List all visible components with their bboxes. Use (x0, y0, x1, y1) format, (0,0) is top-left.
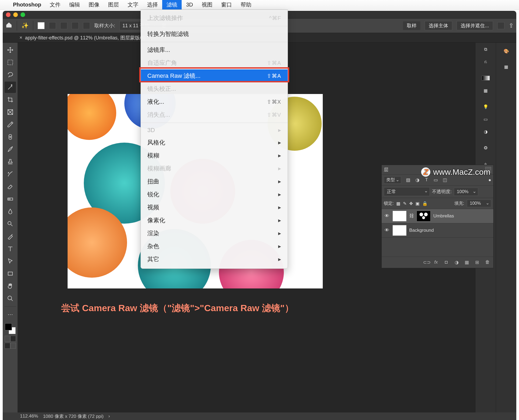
menu-window[interactable]: 窗口 (217, 0, 236, 9)
healing-tool[interactable] (5, 131, 16, 143)
subtract-selection[interactable] (72, 22, 79, 29)
minimize-window[interactable] (13, 12, 18, 17)
frame-tool[interactable] (5, 106, 16, 118)
menu-group-distort[interactable]: 扭曲 (141, 175, 288, 188)
move-tool[interactable] (5, 44, 16, 56)
panel-icon-adjust[interactable]: ◑ (480, 126, 492, 137)
delete-layer-icon[interactable]: 🗑 (485, 260, 490, 265)
pen-tool[interactable] (5, 231, 16, 242)
marquee-tool[interactable] (5, 57, 16, 68)
zoom-tool[interactable] (5, 293, 16, 304)
blend-mode-dropdown[interactable]: 正常 (384, 187, 430, 196)
layer-mask-thumbnail[interactable] (417, 211, 431, 221)
menu-filter-gallery[interactable]: 滤镜库... (141, 43, 288, 56)
crop-tool[interactable] (5, 94, 16, 105)
layers-tab[interactable]: 层 (384, 167, 388, 173)
eyedropper-tool[interactable] (5, 119, 16, 130)
menu-group-video[interactable]: 视频 (141, 201, 288, 214)
add-mask-icon[interactable]: ◘ (444, 260, 449, 265)
screen-mode-toggle[interactable] (5, 343, 16, 349)
document-tab[interactable]: apply-filter-effects.psd @ 112% (Umbrell… (25, 35, 149, 41)
menu-view[interactable]: 视图 (197, 0, 217, 9)
zoom-window[interactable] (21, 12, 25, 17)
layer-row[interactable]: 👁 Background (382, 223, 493, 238)
filter-adjust-icon[interactable]: ◑ (415, 177, 420, 183)
foreground-background-colors[interactable] (4, 323, 16, 335)
menu-file[interactable]: 文件 (45, 0, 65, 9)
stamp-tool[interactable] (5, 156, 16, 167)
close-window[interactable] (6, 12, 11, 17)
panel-icon-book[interactable]: ▭ (480, 113, 492, 125)
lock-transparency-icon[interactable]: ▩ (396, 201, 400, 206)
menu-select[interactable]: 选择 (143, 0, 162, 9)
fx-icon[interactable]: fx (433, 260, 439, 265)
quick-mask-toggle[interactable] (5, 336, 16, 342)
new-layer-icon[interactable]: ⊞ (474, 260, 480, 265)
add-selection[interactable] (60, 22, 67, 29)
panel-icon-gradient[interactable] (480, 72, 492, 84)
share-icon[interactable]: ⇪ (509, 22, 514, 29)
gradient-tool[interactable] (5, 193, 16, 205)
intersect-selection[interactable] (83, 22, 90, 29)
app-name[interactable]: Photoshop (9, 0, 45, 9)
fill-value[interactable]: 100% (467, 200, 491, 207)
menu-group-render[interactable]: 渲染 (141, 227, 288, 240)
magic-wand-tool[interactable] (5, 82, 16, 93)
type-tool[interactable] (5, 243, 16, 254)
menu-group-sharpen[interactable]: 锐化 (141, 188, 288, 201)
select-and-mask-button[interactable]: 选择并遮住... (457, 21, 493, 30)
hand-tool[interactable] (5, 280, 16, 292)
menu-group-pixelate[interactable]: 像素化 (141, 214, 288, 227)
lock-brush-icon[interactable]: ✎ (403, 201, 407, 206)
status-chevron-icon[interactable]: › (108, 414, 110, 419)
menu-liquify[interactable]: 液化...⇧⌘X (141, 95, 288, 108)
lock-all-icon[interactable]: 🔒 (422, 201, 428, 206)
layer-row[interactable]: 👁 ⛓ Umbrellas (382, 209, 493, 223)
filter-toggle[interactable]: ● (488, 177, 491, 183)
layer-name[interactable]: Umbrellas (433, 213, 454, 219)
menu-filter[interactable]: 滤镜 (162, 0, 182, 9)
panel-icon-3d[interactable]: ⧉ (480, 44, 492, 55)
menu-3d[interactable]: 3D (182, 0, 197, 9)
menu-edit[interactable]: 编辑 (65, 0, 84, 9)
layer-thumbnail[interactable] (392, 211, 407, 221)
visibility-icon[interactable]: 👁 (384, 213, 390, 219)
visibility-icon[interactable]: 👁 (384, 228, 390, 233)
menu-group-other[interactable]: 其它 (141, 253, 288, 266)
history-brush-tool[interactable] (5, 169, 16, 180)
mask-link-icon[interactable]: ⛓ (409, 213, 414, 219)
blur-tool[interactable] (5, 206, 16, 217)
opacity-value[interactable]: 100% (454, 188, 478, 196)
layer-thumbnail[interactable] (392, 225, 407, 236)
panel-icon-color[interactable]: 🎨 (500, 44, 513, 58)
menu-type[interactable]: 文字 (123, 0, 143, 9)
dodge-tool[interactable] (5, 218, 16, 230)
menu-help[interactable]: 帮助 (236, 0, 256, 9)
sample-swatch[interactable] (38, 22, 45, 29)
brush-tool[interactable] (5, 144, 16, 155)
edit-toolbar[interactable]: ⋯ (5, 309, 16, 320)
new-selection[interactable] (49, 22, 56, 29)
lock-artboard-icon[interactable]: ▣ (415, 201, 420, 206)
path-select-tool[interactable] (5, 256, 16, 267)
menu-camera-raw-filter[interactable]: Camera Raw 滤镜...⇧⌘A (141, 69, 288, 82)
panel-icon-libraries[interactable]: ⎌ (480, 56, 492, 68)
menu-group-stylize[interactable]: 风格化 (141, 136, 288, 149)
filter-shape-icon[interactable]: ▭ (433, 177, 438, 183)
link-layers-icon[interactable]: ⊂⊃ (423, 260, 428, 265)
group-icon[interactable]: ▦ (464, 260, 470, 265)
menu-layer[interactable]: 图层 (104, 0, 123, 9)
foreground-color[interactable] (5, 323, 12, 330)
eraser-tool[interactable] (5, 181, 16, 192)
close-tab-icon[interactable]: × (19, 35, 22, 41)
select-subject-button[interactable]: 选择主体 (425, 21, 452, 30)
menu-image[interactable]: 图像 (84, 0, 104, 9)
layer-name[interactable]: Background (409, 228, 434, 233)
filter-smart-icon[interactable]: ◫ (442, 177, 448, 183)
menu-group-blur[interactable]: 模糊 (141, 149, 288, 162)
panel-icon-colorwheel[interactable]: ❂ (480, 142, 492, 153)
lasso-tool[interactable] (5, 69, 16, 80)
lock-position-icon[interactable]: ✥ (409, 201, 413, 206)
panel-icon-swatches[interactable]: ▦ (500, 59, 513, 74)
menu-convert-smart[interactable]: 转换为智能滤镜 (141, 28, 288, 41)
